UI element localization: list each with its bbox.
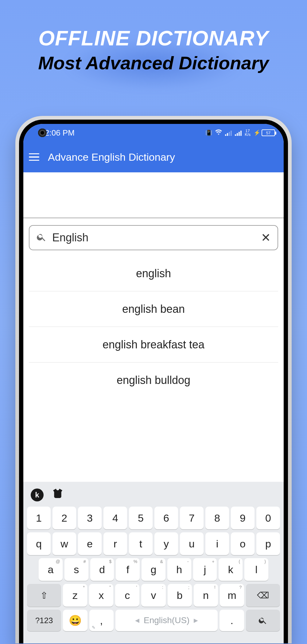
key-6[interactable]: 6 — [154, 507, 178, 529]
wifi-icon — [215, 129, 222, 137]
network-speed: 17 K/s — [245, 129, 251, 136]
promo-subtitle: Most Advanced Dictionary — [0, 52, 307, 74]
charging-icon: ⚡ — [254, 129, 260, 136]
key-o[interactable]: o — [231, 532, 255, 555]
key-z[interactable]: *z — [63, 584, 87, 607]
key-g[interactable]: &g — [142, 558, 165, 581]
qwerty-row-1: q w e r t y u i o p — [26, 532, 281, 555]
symbols-key[interactable]: ?123 — [27, 610, 61, 631]
signal-2-icon — [235, 130, 242, 136]
suggestion-list: english english bean english breakfast t… — [29, 256, 278, 398]
soft-keyboard: k 1 2 3 4 5 6 7 8 9 0 — [23, 482, 284, 643]
number-row: 1 2 3 4 5 6 7 8 9 0 — [26, 507, 281, 529]
key-1[interactable]: 1 — [27, 507, 51, 529]
shift-key[interactable]: ⇧ — [27, 584, 61, 607]
backspace-key[interactable]: ⌫ — [246, 584, 280, 607]
clear-search-button[interactable]: ✕ — [261, 232, 271, 243]
app-title: Advance English Dictionary — [48, 151, 175, 163]
signal-1-icon — [225, 130, 232, 136]
key-8[interactable]: 8 — [205, 507, 229, 529]
search-icon — [36, 232, 47, 243]
qwerty-row-2: @a #s $d %f &g -h +j (k )l — [26, 558, 281, 581]
battery-indicator: ⚡ 57 — [254, 129, 275, 136]
key-u[interactable]: u — [180, 532, 204, 555]
key-j[interactable]: +j — [193, 558, 217, 581]
status-right: 📳 17 K/s ⚡ 57 — [205, 129, 275, 137]
key-l[interactable]: )l — [244, 558, 268, 581]
key-r[interactable]: r — [103, 532, 127, 555]
key-b[interactable]: ;b — [168, 584, 192, 607]
key-x[interactable]: "x — [89, 584, 113, 607]
key-5[interactable]: 5 — [129, 507, 153, 529]
emoji-key[interactable]: 😀 — [63, 610, 87, 631]
suggestion-item[interactable]: english bulldog — [29, 362, 278, 398]
suggestion-item[interactable]: english breakfast tea — [29, 327, 278, 362]
status-bar: 2:06 PM 📳 17 K/s ⚡ 57 — [23, 124, 284, 142]
key-y[interactable]: y — [154, 532, 178, 555]
suggestion-item[interactable]: english — [29, 256, 278, 291]
status-time: 2:06 PM — [45, 128, 75, 138]
key-w[interactable]: w — [52, 532, 76, 555]
key-9[interactable]: 9 — [231, 507, 255, 529]
key-0[interactable]: 0 — [256, 507, 280, 529]
selfie-camera — [38, 128, 47, 137]
promo-banner: OFFLINE DICTIONARY Most Advanced Diction… — [0, 0, 307, 74]
key-s[interactable]: #s — [64, 558, 88, 581]
sticker-icon[interactable] — [52, 487, 64, 502]
key-t[interactable]: t — [129, 532, 153, 555]
key-c[interactable]: 'c — [115, 584, 139, 607]
ad-placeholder — [23, 172, 284, 218]
key-v[interactable]: :v — [141, 584, 165, 607]
period-key[interactable]: . — [220, 610, 244, 631]
key-4[interactable]: 4 — [103, 507, 127, 529]
app-bar: Advance English Dictionary — [23, 142, 284, 172]
search-input-text: English — [52, 231, 255, 244]
key-7[interactable]: 7 — [180, 507, 204, 529]
key-p[interactable]: p — [256, 532, 280, 555]
comma-key[interactable]: ✎, — [89, 610, 114, 631]
bottom-row: ?123 😀 ✎, ◀ English(US) ▶ . — [26, 610, 281, 631]
promo-title: OFFLINE DICTIONARY — [0, 26, 307, 50]
key-d[interactable]: $d — [90, 558, 114, 581]
key-3[interactable]: 3 — [78, 507, 102, 529]
key-i[interactable]: i — [205, 532, 229, 555]
vibrate-icon: 📳 — [205, 129, 212, 136]
search-action-key[interactable] — [246, 610, 280, 631]
key-q[interactable]: q — [27, 532, 51, 555]
qwerty-row-3: ⇧ *z "x 'c :v ;b !n ?m ⌫ — [26, 584, 281, 607]
key-k[interactable]: (k — [219, 558, 243, 581]
suggestion-item[interactable]: english bean — [29, 291, 278, 327]
key-a[interactable]: @a — [39, 558, 63, 581]
battery-level: 57 — [262, 129, 275, 136]
phone-mockup: 2:06 PM 📳 17 K/s ⚡ 57 — [15, 116, 292, 643]
key-n[interactable]: !n — [194, 584, 218, 607]
menu-button[interactable] — [29, 153, 39, 161]
key-e[interactable]: e — [78, 532, 102, 555]
spacebar[interactable]: ◀ English(US) ▶ — [115, 610, 218, 631]
key-h[interactable]: -h — [167, 558, 191, 581]
key-m[interactable]: ?m — [220, 584, 244, 607]
keyboard-app-icon[interactable]: k — [31, 489, 44, 501]
key-2[interactable]: 2 — [52, 507, 76, 529]
search-field[interactable]: English ✕ — [29, 225, 278, 250]
key-f[interactable]: %f — [116, 558, 140, 581]
